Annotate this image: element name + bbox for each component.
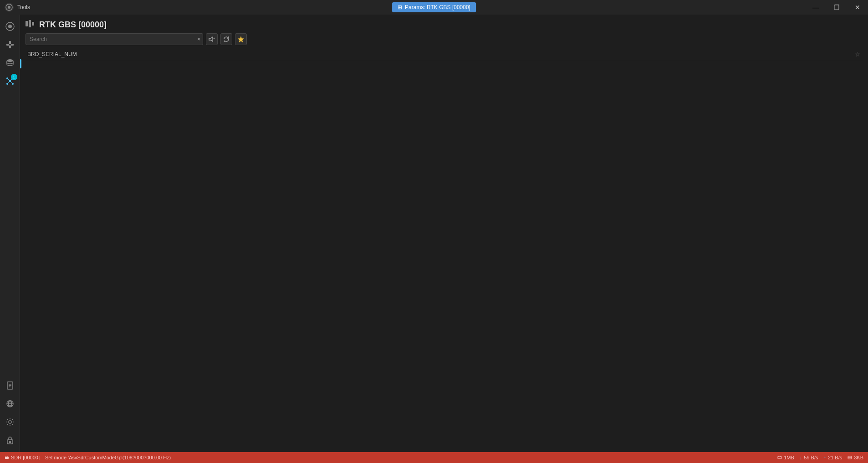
statusbar: SDR [00000] Set mode 'AsvSdrCustomModeGp… xyxy=(0,452,868,463)
minimize-button[interactable]: — xyxy=(805,0,826,15)
sidebar-item-network[interactable] xyxy=(2,396,18,412)
param-name: BRD_SERIAL_NUM xyxy=(27,51,77,57)
svg-marker-35 xyxy=(238,36,244,42)
svg-marker-32 xyxy=(209,37,213,41)
close-button[interactable]: ✕ xyxy=(847,0,868,15)
svg-rect-39 xyxy=(778,457,781,458)
statusbar-left: SDR [00000] Set mode 'AsvSdrCustomModeGp… xyxy=(5,455,171,460)
param-star-button[interactable]: ☆ xyxy=(855,51,861,58)
titlebar: Tools ⊞ Params: RTK GBS [00000] — ❐ ✕ xyxy=(0,0,868,15)
sidebar-item-nodes[interactable]: 1 xyxy=(2,73,18,89)
svg-line-13 xyxy=(7,78,10,81)
status-message: Set mode 'AsvSdrCustomModeGp'(108?000?00… xyxy=(45,455,171,460)
params-list: BRD_SERIAL_NUM ☆ xyxy=(20,49,868,60)
download-speed-value: 59 B/s xyxy=(804,455,818,460)
svg-rect-36 xyxy=(5,457,9,459)
svg-point-1 xyxy=(8,6,10,9)
memory-info: 1MB xyxy=(777,455,794,460)
statusbar-right: 1MB ↓ 59 B/s ↑ 21 B/s 3KB xyxy=(777,455,863,460)
search-container: × xyxy=(26,33,203,45)
content-area: RTK GBS [00000] × xyxy=(20,15,868,452)
titlebar-left: Tools xyxy=(5,3,30,12)
sidebar-bottom xyxy=(2,377,18,452)
search-clear-button[interactable]: × xyxy=(197,36,200,42)
upload-speed-value: 21 B/s xyxy=(828,455,842,460)
svg-rect-31 xyxy=(32,22,34,26)
restore-button[interactable]: ❐ xyxy=(826,0,847,15)
sidebar-item-document[interactable] xyxy=(2,377,18,394)
mute-button[interactable] xyxy=(206,33,218,45)
sidebar-item-database[interactable] xyxy=(2,55,18,71)
favorites-button[interactable] xyxy=(235,33,247,45)
memory-value: 1MB xyxy=(784,455,794,460)
svg-point-7 xyxy=(7,59,13,62)
table-row[interactable]: BRD_SERIAL_NUM ☆ xyxy=(26,49,863,60)
toolbar: × xyxy=(20,33,868,49)
svg-rect-29 xyxy=(26,21,28,26)
download-speed: ↓ 59 B/s xyxy=(800,455,818,460)
sidebar-item-drone[interactable] xyxy=(2,36,18,53)
params-icon: ⊞ xyxy=(398,4,402,10)
storage-value: 3KB xyxy=(854,455,863,460)
upload-arrow: ↑ xyxy=(824,455,827,460)
sidebar-item-logo[interactable] xyxy=(2,18,18,35)
page-header: RTK GBS [00000] xyxy=(20,15,868,33)
nodes-badge: 1 xyxy=(11,74,17,80)
params-button-label: Params: RTK GBS [00000] xyxy=(405,4,470,10)
sdr-device: SDR [00000] xyxy=(5,455,40,460)
main-layout: 1 xyxy=(0,15,868,452)
svg-point-3 xyxy=(8,25,12,28)
svg-point-28 xyxy=(9,442,10,443)
svg-point-26 xyxy=(9,421,11,423)
sidebar: 1 xyxy=(0,15,20,452)
app-logo xyxy=(5,3,14,12)
storage-info: 3KB xyxy=(848,455,863,460)
titlebar-app-name: Tools xyxy=(17,4,30,10)
page-header-icon xyxy=(26,20,35,30)
svg-point-6 xyxy=(9,44,11,46)
sidebar-item-settings[interactable] xyxy=(2,414,18,430)
search-input[interactable] xyxy=(26,33,203,45)
download-arrow: ↓ xyxy=(800,455,802,460)
sidebar-item-lock[interactable] xyxy=(2,432,18,448)
sdr-device-label: SDR [00000] xyxy=(11,455,40,460)
params-button[interactable]: ⊞ Params: RTK GBS [00000] xyxy=(392,2,476,12)
titlebar-center: ⊞ Params: RTK GBS [00000] xyxy=(392,2,476,12)
refresh-button[interactable] xyxy=(220,33,232,45)
left-accent xyxy=(20,59,21,68)
svg-line-15 xyxy=(7,81,10,84)
upload-speed: ↑ 21 B/s xyxy=(824,455,842,460)
svg-line-16 xyxy=(10,81,13,84)
page-title: RTK GBS [00000] xyxy=(39,20,107,30)
svg-rect-30 xyxy=(29,20,31,27)
titlebar-controls: — ❐ ✕ xyxy=(805,0,868,15)
